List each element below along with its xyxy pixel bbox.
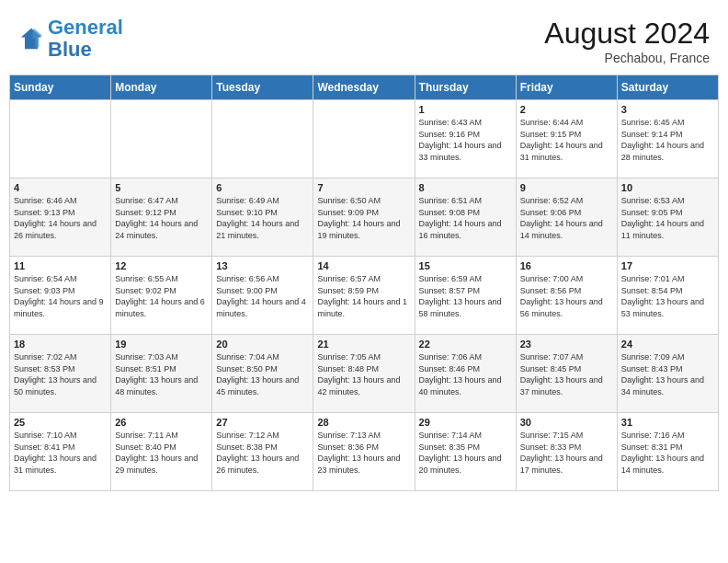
day-number: 5 xyxy=(115,182,208,193)
cell-info: Sunrise: 6:43 AMSunset: 9:16 PMDaylight:… xyxy=(419,117,512,163)
day-number: 23 xyxy=(520,339,613,350)
day-number: 31 xyxy=(621,417,714,428)
cell-info: Sunrise: 7:09 AMSunset: 8:43 PMDaylight:… xyxy=(621,351,714,397)
day-number: 22 xyxy=(419,339,512,350)
day-number: 9 xyxy=(520,182,613,193)
calendar-cell: 31 Sunrise: 7:16 AMSunset: 8:31 PMDaylig… xyxy=(617,413,718,491)
calendar-cell: 20 Sunrise: 7:04 AMSunset: 8:50 PMDaylig… xyxy=(212,335,313,413)
cell-info: Sunrise: 7:12 AMSunset: 8:38 PMDaylight:… xyxy=(216,430,309,476)
cell-info: Sunrise: 7:03 AMSunset: 8:51 PMDaylight:… xyxy=(115,351,208,397)
calendar-cell: 28 Sunrise: 7:13 AMSunset: 8:36 PMDaylig… xyxy=(313,413,415,491)
calendar-cell: 30 Sunrise: 7:15 AMSunset: 8:33 PMDaylig… xyxy=(516,413,617,491)
col-header-saturday: Saturday xyxy=(617,75,718,100)
calendar-cell: 3 Sunrise: 6:45 AMSunset: 9:14 PMDayligh… xyxy=(617,100,718,178)
logo-text: GeneralBlue xyxy=(48,17,123,61)
calendar-cell: 21 Sunrise: 7:05 AMSunset: 8:48 PMDaylig… xyxy=(313,335,415,413)
header-row: SundayMondayTuesdayWednesdayThursdayFrid… xyxy=(10,75,719,100)
cell-info: Sunrise: 7:10 AMSunset: 8:41 PMDaylight:… xyxy=(14,430,107,476)
cell-info: Sunrise: 7:01 AMSunset: 8:54 PMDaylight:… xyxy=(621,273,714,319)
cell-info: Sunrise: 6:46 AMSunset: 9:13 PMDaylight:… xyxy=(14,195,107,241)
calendar-week-2: 4 Sunrise: 6:46 AMSunset: 9:13 PMDayligh… xyxy=(10,178,719,257)
calendar-cell: 4 Sunrise: 6:46 AMSunset: 9:13 PMDayligh… xyxy=(10,178,111,257)
day-number: 21 xyxy=(317,339,410,350)
calendar-cell: 16 Sunrise: 7:00 AMSunset: 8:56 PMDaylig… xyxy=(516,257,617,335)
day-number: 13 xyxy=(216,260,309,271)
col-header-monday: Monday xyxy=(111,75,212,100)
cell-info: Sunrise: 6:47 AMSunset: 9:12 PMDaylight:… xyxy=(115,195,208,241)
calendar-cell xyxy=(10,100,111,178)
day-number: 1 xyxy=(419,104,512,115)
cell-info: Sunrise: 7:11 AMSunset: 8:40 PMDaylight:… xyxy=(115,430,208,476)
day-number: 30 xyxy=(520,417,613,428)
cell-info: Sunrise: 6:59 AMSunset: 8:57 PMDaylight:… xyxy=(419,273,512,319)
calendar-week-4: 18 Sunrise: 7:02 AMSunset: 8:53 PMDaylig… xyxy=(10,335,719,413)
day-number: 10 xyxy=(621,182,714,193)
cell-info: Sunrise: 7:02 AMSunset: 8:53 PMDaylight:… xyxy=(14,351,107,397)
day-number: 19 xyxy=(115,339,208,350)
calendar-cell: 12 Sunrise: 6:55 AMSunset: 9:02 PMDaylig… xyxy=(111,257,212,335)
day-number: 16 xyxy=(520,260,613,271)
day-number: 12 xyxy=(115,260,208,271)
cell-info: Sunrise: 6:57 AMSunset: 8:59 PMDaylight:… xyxy=(317,273,410,319)
day-number: 11 xyxy=(14,260,107,271)
cell-info: Sunrise: 7:13 AMSunset: 8:36 PMDaylight:… xyxy=(317,430,410,476)
calendar-cell: 25 Sunrise: 7:10 AMSunset: 8:41 PMDaylig… xyxy=(10,413,111,491)
cell-info: Sunrise: 6:52 AMSunset: 9:06 PMDaylight:… xyxy=(520,195,613,241)
col-header-friday: Friday xyxy=(516,75,617,100)
calendar-table: SundayMondayTuesdayWednesdayThursdayFrid… xyxy=(9,75,719,491)
col-header-sunday: Sunday xyxy=(10,75,111,100)
logo: GeneralBlue xyxy=(18,17,123,61)
calendar-cell: 26 Sunrise: 7:11 AMSunset: 8:40 PMDaylig… xyxy=(111,413,212,491)
cell-info: Sunrise: 6:55 AMSunset: 9:02 PMDaylight:… xyxy=(115,273,208,319)
location-text: Pechabou, France xyxy=(544,51,710,65)
day-number: 26 xyxy=(115,417,208,428)
day-number: 24 xyxy=(621,339,714,350)
calendar-cell: 18 Sunrise: 7:02 AMSunset: 8:53 PMDaylig… xyxy=(10,335,111,413)
day-number: 8 xyxy=(419,182,512,193)
calendar-cell: 15 Sunrise: 6:59 AMSunset: 8:57 PMDaylig… xyxy=(415,257,516,335)
cell-info: Sunrise: 6:50 AMSunset: 9:09 PMDaylight:… xyxy=(317,195,410,241)
day-number: 20 xyxy=(216,339,309,350)
month-year-title: August 2024 xyxy=(544,17,710,51)
calendar-cell: 27 Sunrise: 7:12 AMSunset: 8:38 PMDaylig… xyxy=(212,413,313,491)
col-header-tuesday: Tuesday xyxy=(212,75,313,100)
logo-icon xyxy=(18,26,44,52)
cell-info: Sunrise: 7:00 AMSunset: 8:56 PMDaylight:… xyxy=(520,273,613,319)
day-number: 28 xyxy=(317,417,410,428)
cell-info: Sunrise: 6:45 AMSunset: 9:14 PMDaylight:… xyxy=(621,117,714,163)
day-number: 2 xyxy=(520,104,613,115)
col-header-wednesday: Wednesday xyxy=(313,75,415,100)
calendar-cell: 24 Sunrise: 7:09 AMSunset: 8:43 PMDaylig… xyxy=(617,335,718,413)
calendar-cell: 29 Sunrise: 7:14 AMSunset: 8:35 PMDaylig… xyxy=(415,413,516,491)
calendar-cell: 9 Sunrise: 6:52 AMSunset: 9:06 PMDayligh… xyxy=(516,178,617,257)
day-number: 3 xyxy=(621,104,714,115)
calendar-cell: 11 Sunrise: 6:54 AMSunset: 9:03 PMDaylig… xyxy=(10,257,111,335)
calendar-cell: 6 Sunrise: 6:49 AMSunset: 9:10 PMDayligh… xyxy=(212,178,313,257)
calendar-week-5: 25 Sunrise: 7:10 AMSunset: 8:41 PMDaylig… xyxy=(10,413,719,491)
calendar-cell: 23 Sunrise: 7:07 AMSunset: 8:45 PMDaylig… xyxy=(516,335,617,413)
day-number: 25 xyxy=(14,417,107,428)
title-area: August 2024 Pechabou, France xyxy=(544,17,710,65)
cell-info: Sunrise: 7:06 AMSunset: 8:46 PMDaylight:… xyxy=(419,351,512,397)
day-number: 18 xyxy=(14,339,107,350)
cell-info: Sunrise: 6:49 AMSunset: 9:10 PMDaylight:… xyxy=(216,195,309,241)
cell-info: Sunrise: 7:07 AMSunset: 8:45 PMDaylight:… xyxy=(520,351,613,397)
calendar-cell: 8 Sunrise: 6:51 AMSunset: 9:08 PMDayligh… xyxy=(415,178,516,257)
cell-info: Sunrise: 7:05 AMSunset: 8:48 PMDaylight:… xyxy=(317,351,410,397)
cell-info: Sunrise: 7:14 AMSunset: 8:35 PMDaylight:… xyxy=(419,430,512,476)
calendar-cell: 14 Sunrise: 6:57 AMSunset: 8:59 PMDaylig… xyxy=(313,257,415,335)
cell-info: Sunrise: 6:54 AMSunset: 9:03 PMDaylight:… xyxy=(14,273,107,319)
day-number: 27 xyxy=(216,417,309,428)
calendar-cell: 19 Sunrise: 7:03 AMSunset: 8:51 PMDaylig… xyxy=(111,335,212,413)
calendar-cell: 13 Sunrise: 6:56 AMSunset: 9:00 PMDaylig… xyxy=(212,257,313,335)
cell-info: Sunrise: 6:51 AMSunset: 9:08 PMDaylight:… xyxy=(419,195,512,241)
calendar-week-1: 1 Sunrise: 6:43 AMSunset: 9:16 PMDayligh… xyxy=(10,100,719,178)
calendar-cell: 2 Sunrise: 6:44 AMSunset: 9:15 PMDayligh… xyxy=(516,100,617,178)
day-number: 7 xyxy=(317,182,410,193)
calendar-week-3: 11 Sunrise: 6:54 AMSunset: 9:03 PMDaylig… xyxy=(10,257,719,335)
calendar-cell: 7 Sunrise: 6:50 AMSunset: 9:09 PMDayligh… xyxy=(313,178,415,257)
col-header-thursday: Thursday xyxy=(415,75,516,100)
calendar-cell: 5 Sunrise: 6:47 AMSunset: 9:12 PMDayligh… xyxy=(111,178,212,257)
calendar-cell xyxy=(111,100,212,178)
cell-info: Sunrise: 6:56 AMSunset: 9:00 PMDaylight:… xyxy=(216,273,309,319)
